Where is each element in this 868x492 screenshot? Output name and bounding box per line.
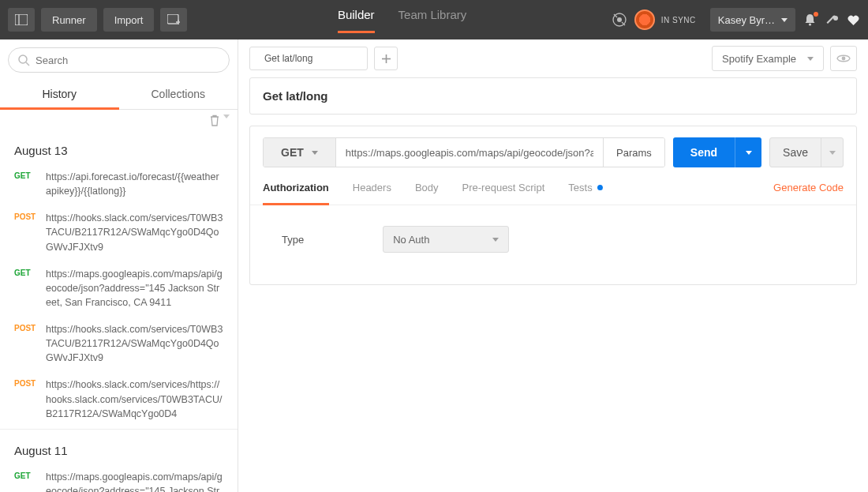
trash-button[interactable]	[209, 115, 220, 126]
history-url: https://hooks.slack.com/services/T0WB3TA…	[46, 211, 223, 254]
auth-type-label: Type	[282, 234, 304, 246]
add-tab-button[interactable]	[374, 47, 398, 70]
history-item[interactable]: POSThttps://hooks.slack.com/services/htt…	[0, 373, 238, 428]
sidebar-toolbar	[0, 110, 238, 130]
request-url-bar: GET Params Send Save	[250, 126, 856, 167]
history-item[interactable]: GEThttps://maps.googleapis.com/maps/api/…	[0, 465, 238, 492]
toggle-sidebar-button[interactable]	[8, 8, 35, 32]
method-badge: POST	[14, 211, 38, 254]
history-date-header: August 11	[0, 429, 238, 465]
history-item[interactable]: GEThttps://maps.googleapis.com/maps/api/…	[0, 262, 238, 317]
request-title[interactable]: Get lat/long	[250, 78, 856, 114]
request-tab[interactable]: Get lat/long	[249, 47, 368, 70]
notification-dot	[814, 12, 818, 17]
nav-builder[interactable]: Builder	[338, 8, 375, 32]
main-panel: Get lat/long Spotify Example Get lat/lon…	[238, 39, 868, 492]
request-subtabs: Authorization Headers Body Pre-request S…	[250, 167, 856, 205]
plus-icon	[382, 54, 391, 63]
sidebar: History Collections August 13 GEThttps:/…	[0, 39, 238, 492]
user-menu[interactable]: Kasey Byr…	[710, 8, 795, 32]
history-item[interactable]: POSThttps://hooks.slack.com/services/T0W…	[0, 206, 238, 261]
tab-collections[interactable]: Collections	[119, 79, 238, 109]
save-button[interactable]: Save	[770, 138, 821, 167]
auth-type-value: No Auth	[393, 234, 429, 246]
params-button[interactable]: Params	[603, 138, 664, 167]
sync-text: IN SYNC	[661, 16, 696, 24]
subtab-pre-request[interactable]: Pre-request Script	[462, 182, 545, 205]
history-url: https://hooks.slack.com/services/https:/…	[46, 377, 223, 420]
settings-button[interactable]	[825, 13, 839, 27]
request-editor: GET Params Send Save	[249, 126, 857, 285]
app-shell: History Collections August 13 GEThttps:/…	[0, 39, 868, 492]
notifications-button[interactable]	[803, 13, 817, 27]
heart-icon	[847, 13, 860, 27]
top-nav: Builder Team Library	[193, 8, 610, 32]
subtab-headers[interactable]: Headers	[353, 182, 391, 205]
auth-panel: Type No Auth	[250, 205, 856, 284]
user-name: Kasey Byr…	[718, 14, 775, 26]
send-button[interactable]: Send	[673, 137, 735, 167]
environment-select[interactable]: Spotify Example	[712, 46, 824, 71]
svg-rect-0	[15, 14, 28, 25]
subtab-authorization[interactable]: Authorization	[263, 182, 329, 205]
send-options-button[interactable]	[735, 137, 761, 167]
svg-point-6	[617, 17, 622, 22]
chevron-down-icon	[746, 151, 752, 155]
method-badge: GET	[14, 470, 38, 492]
chevron-down-icon	[807, 57, 814, 61]
new-window-button[interactable]	[160, 8, 187, 32]
svg-line-11	[26, 62, 29, 66]
environment-controls: Spotify Example	[712, 46, 857, 71]
history-item[interactable]: POSThttps://hooks.slack.com/services/T0W…	[0, 317, 238, 373]
sidebar-search	[0, 39, 238, 79]
chevron-down-icon	[492, 238, 499, 242]
svg-point-14	[842, 57, 846, 61]
history-list[interactable]: August 13 GEThttps://api.forecast.io/for…	[0, 130, 238, 492]
sidebar-tabs: History Collections	[0, 79, 238, 110]
subtab-body[interactable]: Body	[415, 182, 439, 205]
history-url: https://api.forecast.io/forecast/{{weath…	[46, 170, 223, 198]
wrench-icon	[825, 13, 839, 27]
tab-history[interactable]: History	[0, 79, 119, 109]
search-icon	[17, 54, 30, 66]
search-input[interactable]	[8, 47, 230, 73]
history-url: https://maps.googleapis.com/maps/api/geo…	[46, 470, 223, 492]
environment-quicklook-button[interactable]	[830, 46, 857, 71]
svg-point-9	[809, 23, 811, 25]
method-badge: POST	[14, 322, 38, 365]
url-segment: GET Params	[263, 137, 665, 167]
topbar: Runner Import Builder Team Library IN SY…	[0, 0, 868, 39]
request-tabstrip: Get lat/long	[249, 47, 398, 70]
satellite-icon	[611, 11, 628, 28]
history-url: https://maps.googleapis.com/maps/api/geo…	[46, 267, 223, 310]
history-item[interactable]: GEThttps://api.forecast.io/forecast/{{we…	[0, 165, 238, 206]
send-button-group: Send	[673, 137, 761, 167]
chevron-down-icon	[312, 151, 318, 155]
environment-name: Spotify Example	[722, 53, 796, 65]
subtab-tests[interactable]: Tests	[568, 182, 602, 205]
trash-icon	[209, 115, 220, 126]
save-options-button[interactable]	[821, 138, 843, 167]
request-name-card: Get lat/long	[249, 77, 857, 115]
svg-point-10	[19, 55, 27, 63]
method-label: GET	[281, 146, 304, 159]
subtab-tests-label: Tests	[568, 182, 592, 193]
chevron-down-icon[interactable]	[223, 115, 230, 118]
indicator-dot	[597, 185, 603, 190]
panel-icon	[15, 14, 28, 25]
history-date-header: August 13	[0, 130, 238, 165]
url-input[interactable]	[346, 147, 593, 159]
chevron-down-icon	[829, 151, 836, 155]
chevron-down-icon	[781, 18, 788, 22]
method-badge: GET	[14, 267, 38, 310]
import-button[interactable]: Import	[103, 8, 155, 32]
nav-team-library[interactable]: Team Library	[398, 8, 467, 32]
sync-orb-icon	[634, 9, 655, 30]
generate-code-link[interactable]: Generate Code	[773, 182, 844, 193]
auth-type-select[interactable]: No Auth	[383, 226, 509, 253]
history-url: https://hooks.slack.com/services/T0WB3TA…	[46, 322, 223, 365]
method-badge: POST	[14, 377, 38, 420]
favorite-button[interactable]	[847, 13, 860, 27]
method-select[interactable]: GET	[264, 138, 336, 167]
runner-button[interactable]: Runner	[41, 8, 97, 32]
